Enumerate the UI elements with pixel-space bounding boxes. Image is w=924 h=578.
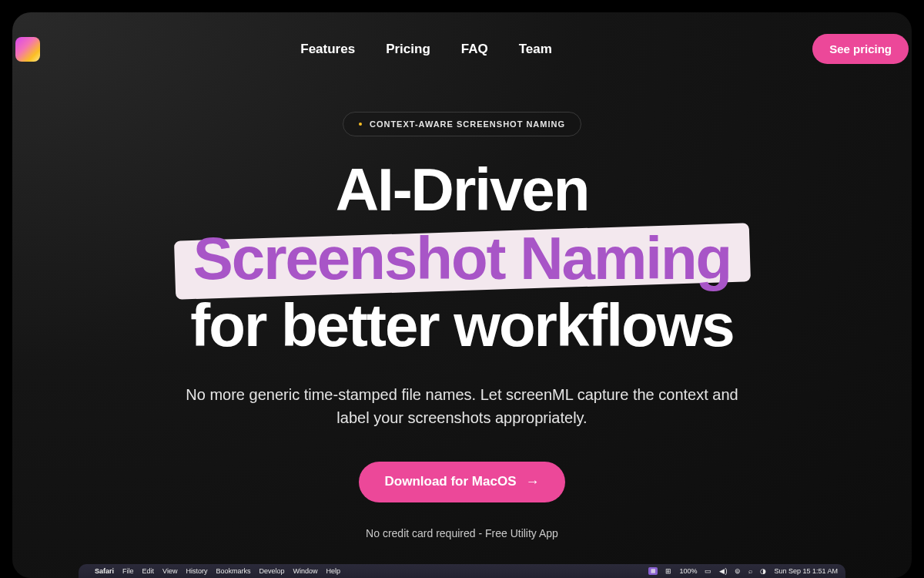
pill-text: CONTEXT-AWARE SCREENSHOT NAMING [370, 119, 565, 129]
macos-menubar: Safari File Edit View History Bookmarks … [79, 564, 845, 578]
menubar-develop: Develop [259, 567, 284, 575]
menubar-edit: Edit [142, 567, 155, 575]
nav-faq[interactable]: FAQ [461, 42, 488, 57]
arrow-right-icon: → [525, 474, 539, 490]
volume-icon: ◀) [719, 567, 727, 575]
nav-features[interactable]: Features [300, 42, 355, 57]
see-pricing-button[interactable]: See pricing [812, 34, 909, 64]
menubar-bookmarks: Bookmarks [216, 567, 250, 575]
download-label: Download for MacOS [385, 474, 517, 489]
logo[interactable] [15, 37, 40, 62]
battery-text: 100% [679, 567, 697, 575]
menubar-datetime: Sun Sep 15 1:51 AM [774, 567, 838, 575]
menubar-file: File [122, 567, 134, 575]
hero-subtitle: No more generic time-stamped file names.… [177, 383, 747, 429]
menubar-history: History [186, 567, 207, 575]
nav-team[interactable]: Team [519, 42, 552, 57]
menubar-app: Safari [95, 567, 114, 575]
search-icon: ⌕ [748, 567, 752, 575]
main-nav: Features Pricing FAQ Team [300, 42, 552, 57]
wifi-icon: ⊚ [735, 567, 741, 575]
menubar-window: Window [293, 567, 317, 575]
screenshot-app-icon: ▦ [648, 567, 658, 575]
headline-line1: AI-Driven [187, 160, 738, 220]
download-button[interactable]: Download for MacOS → [359, 462, 566, 502]
pill-dot-icon [359, 123, 362, 126]
menubar-help: Help [326, 567, 340, 575]
control-center-icon: ◑ [760, 567, 766, 575]
hero-headline: AI-Driven Screenshot Naming for better w… [187, 160, 738, 355]
headline-line3: for better workflows [187, 295, 738, 355]
grid-icon: ⊞ [665, 567, 671, 575]
menubar-view: View [162, 567, 177, 575]
feature-pill: CONTEXT-AWARE SCREENSHOT NAMING [343, 112, 581, 136]
battery-icon: ▭ [705, 567, 711, 575]
disclaimer-text: No credit card required - Free Utility A… [366, 527, 558, 539]
nav-pricing[interactable]: Pricing [386, 42, 430, 57]
headline-line2: Screenshot Naming [187, 227, 738, 291]
